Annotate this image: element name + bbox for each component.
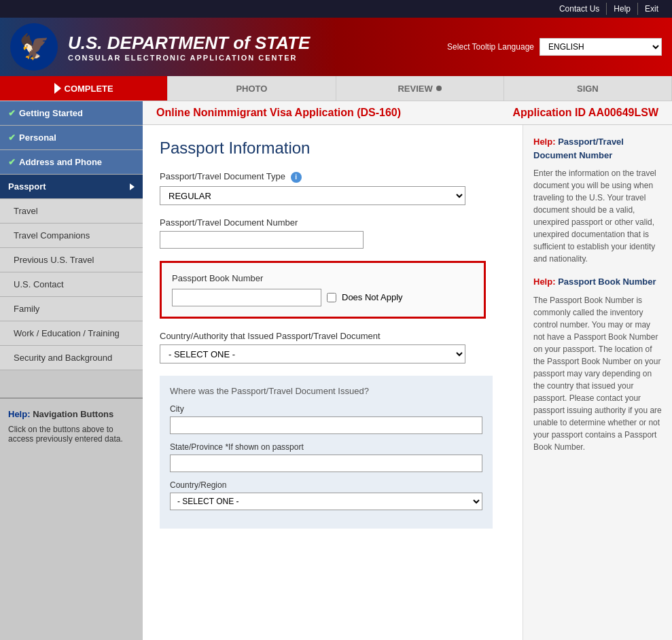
- state-label: State/Province *If shown on passport: [170, 442, 482, 452]
- sidebar-item-getting-started[interactable]: ✔Getting Started: [0, 101, 143, 126]
- sidebar-item-us-contact[interactable]: U.S. Contact: [0, 272, 143, 297]
- city-label: City: [170, 404, 482, 414]
- doc-number-group: Passport/Travel Document Number: [160, 217, 506, 249]
- lang-label: Select Tooltip Language: [447, 42, 534, 52]
- sidebar-item-security-background[interactable]: Security and Background: [0, 346, 143, 370]
- site-title: U.S. DEPARTMENT of STATE CONSULAR ELECTR…: [68, 33, 310, 62]
- logo: 🦅: [10, 23, 58, 71]
- issued-where-title: Where was the Passport/Travel Document I…: [170, 386, 482, 396]
- city-input[interactable]: [170, 416, 482, 434]
- book-number-input[interactable]: [172, 289, 321, 306]
- sidebar-help-body: Click on the buttons above to access pre…: [8, 425, 135, 444]
- sidebar-help-title: Help: Help: Navigation ButtonsNavigation…: [8, 409, 135, 419]
- exit-link[interactable]: Exit: [638, 3, 665, 15]
- tab-photo[interactable]: PHOTO: [168, 76, 336, 101]
- sidebar-item-address-phone[interactable]: ✔Address and Phone: [0, 150, 143, 175]
- help-doc-number-body: Enter the information on the travel docu…: [533, 167, 662, 265]
- sidebar-item-work-education[interactable]: Work / Education / Training: [0, 321, 143, 346]
- page-title: Passport Information: [160, 139, 506, 158]
- sidebar: ✔Getting Started ✔Personal ✔Address and …: [0, 101, 143, 640]
- country-region-field: Country/Region - SELECT ONE -: [170, 480, 482, 510]
- tab-sign[interactable]: SIGN: [504, 76, 672, 101]
- contact-us-link[interactable]: Contact Us: [552, 3, 607, 15]
- sidebar-item-travel-companions[interactable]: Travel Companions: [0, 224, 143, 248]
- help-book-number-body: The Passport Book Number is commonly cal…: [533, 294, 662, 453]
- doc-type-select[interactable]: REGULAR OFFICIAL DIPLOMATIC LAISSEZ-PASS…: [160, 186, 465, 205]
- city-field: City: [170, 404, 482, 434]
- app-id-bar: Online Nonimmigrant Visa Application (DS…: [143, 101, 672, 125]
- help-doc-number-heading: Help: Help: Passport/Travel Document Num…: [533, 135, 662, 162]
- passport-arrow-icon: [130, 183, 135, 190]
- does-not-apply-label: Does Not Apply: [342, 292, 403, 302]
- app-id: Application ID AA00649LSW: [512, 107, 658, 119]
- issuing-country-select[interactable]: - SELECT ONE -: [160, 344, 465, 363]
- language-select[interactable]: ENGLISH ESPAÑOL FRANÇAIS 中文: [540, 38, 662, 56]
- state-input[interactable]: [170, 455, 482, 472]
- doc-type-info-icon[interactable]: i: [291, 172, 302, 183]
- country-region-select[interactable]: - SELECT ONE -: [170, 493, 482, 510]
- issued-where-section: Where was the Passport/Travel Document I…: [160, 376, 493, 529]
- content-body: Passport Information Passport/Travel Doc…: [143, 125, 672, 640]
- review-dot-icon: [436, 86, 442, 91]
- nav-tabs: COMPLETE PHOTO REVIEW SIGN: [0, 76, 672, 101]
- does-not-apply-checkbox[interactable]: [327, 293, 336, 302]
- language-selector-group: Select Tooltip Language ENGLISH ESPAÑOL …: [447, 38, 662, 56]
- sidebar-help-section: Help: Help: Navigation ButtonsNavigation…: [0, 397, 143, 454]
- country-region-label: Country/Region: [170, 480, 482, 490]
- form-section: Passport Information Passport/Travel Doc…: [143, 125, 523, 640]
- sidebar-item-previous-us-travel[interactable]: Previous U.S. Travel: [0, 248, 143, 272]
- content-area: Online Nonimmigrant Visa Application (DS…: [143, 101, 672, 640]
- issuing-country-label: Country/Authority that Issued Passport/T…: [160, 331, 506, 341]
- passport-book-number-box: Passport Book Number Does Not Apply: [160, 261, 486, 319]
- app-title: Online Nonimmigrant Visa Application (DS…: [156, 107, 401, 119]
- main-container: ✔Getting Started ✔Personal ✔Address and …: [0, 101, 672, 640]
- tab-complete[interactable]: COMPLETE: [0, 76, 168, 101]
- check-icon: ✔: [8, 108, 16, 118]
- help-panel: Help: Help: Passport/Travel Document Num…: [523, 125, 672, 640]
- issuing-country-group: Country/Authority that Issued Passport/T…: [160, 331, 506, 363]
- doc-type-group: Passport/Travel Document Type i REGULAR …: [160, 171, 506, 205]
- tab-review[interactable]: REVIEW: [336, 76, 504, 101]
- book-number-label: Passport Book Number: [172, 273, 474, 283]
- doc-number-label: Passport/Travel Document Number: [160, 217, 506, 228]
- help-link[interactable]: Help: [607, 3, 638, 15]
- doc-number-input[interactable]: [160, 231, 364, 249]
- check-icon: ✔: [8, 157, 16, 167]
- help-book-number-heading: Help: Passport Book Number: [533, 275, 662, 289]
- top-bar: Contact Us Help Exit: [0, 0, 672, 18]
- book-number-row: Does Not Apply: [172, 289, 474, 306]
- complete-arrow-icon: [54, 83, 61, 94]
- dept-subtitle: CONSULAR ELECTRONIC APPLICATION CENTER: [68, 54, 310, 62]
- sidebar-item-personal[interactable]: ✔Personal: [0, 126, 143, 150]
- dept-name: U.S. DEPARTMENT of STATE: [68, 33, 310, 54]
- sidebar-item-family[interactable]: Family: [0, 297, 143, 321]
- sidebar-help: Help: Help: Navigation ButtonsNavigation…: [0, 397, 143, 454]
- doc-type-label: Passport/Travel Document Type i: [160, 171, 506, 183]
- state-field: State/Province *If shown on passport: [170, 442, 482, 472]
- check-icon: ✔: [8, 132, 16, 143]
- sidebar-item-travel[interactable]: Travel: [0, 199, 143, 224]
- header: 🦅 U.S. DEPARTMENT of STATE CONSULAR ELEC…: [0, 18, 672, 76]
- sidebar-item-passport[interactable]: Passport: [0, 175, 143, 199]
